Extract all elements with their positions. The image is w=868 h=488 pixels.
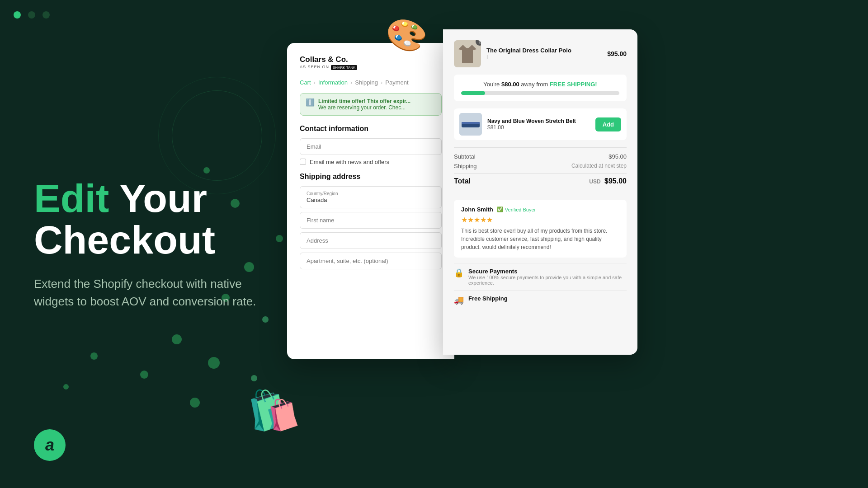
store-sub: AS SEEN ON <box>300 65 329 69</box>
secure-payments-desc: We use 100% secure payments to provide y… <box>468 275 627 286</box>
product-name: The Original Dress Collar Polo <box>486 47 602 55</box>
address-input[interactable] <box>300 232 442 249</box>
free-shipping-title: Free Shipping <box>468 295 508 302</box>
order-panel: 1 The Original Dress Collar Polo L $95.0… <box>443 29 637 355</box>
secure-payments-row: 🔒 Secure Payments We use 100% secure pay… <box>454 263 627 290</box>
breadcrumb-sep1: › <box>314 79 316 86</box>
total-currency: USD <box>589 178 600 185</box>
breadcrumb-information[interactable]: Information <box>318 79 348 86</box>
free-shipping-promo: You're $80.00 away from FREE SHIPPING! <box>454 75 627 101</box>
newsletter-checkbox-row: Email me with news and offers <box>300 159 442 165</box>
alert-content: Limited time offer! This offer expir... … <box>318 98 410 111</box>
free-shipping-row: 🚚 Free Shipping <box>454 290 627 310</box>
apt-input[interactable] <box>300 253 442 269</box>
upsell-row: Navy and Blue Woven Stretch Belt $81.00 … <box>454 108 627 140</box>
upsell-info: Navy and Blue Woven Stretch Belt $81.00 <box>487 118 590 131</box>
bags-decoration: 🛍️ <box>244 382 302 438</box>
store-name: Collars & Co. <box>300 56 442 64</box>
store-logo: Collars & Co. AS SEEN ON SHARK TANK <box>300 56 442 70</box>
grand-total-row: Total USD $95.00 <box>454 173 627 185</box>
svg-rect-3 <box>462 122 480 124</box>
product-row: 1 The Original Dress Collar Polo L $95.0… <box>454 40 627 67</box>
totals-section: Subtotal $95.00 Shipping Calculated at n… <box>454 147 627 193</box>
country-label: Country/Region <box>307 191 435 196</box>
review-card: John Smith ✅ Verified Buyer ★★★★★ This i… <box>454 200 627 258</box>
shipping-section-title: Shipping address <box>300 173 442 181</box>
checkout-panel: Collars & Co. AS SEEN ON SHARK TANK Cart… <box>287 43 454 359</box>
secure-payments-title: Secure Payments <box>468 268 627 275</box>
breadcrumb-sep2: › <box>350 79 352 86</box>
headline-part2: Your <box>109 176 207 221</box>
promo-amount: $80.00 <box>501 81 519 88</box>
breadcrumb-shipping[interactable]: Shipping <box>355 79 378 86</box>
headline-line2: Checkout <box>34 217 215 262</box>
alert-banner: ℹ️ Limited time offer! This offer expir.… <box>300 93 442 116</box>
country-field[interactable]: Country/Region Canada <box>300 186 442 208</box>
free-shipping-content: Free Shipping <box>468 295 508 302</box>
promo-cta: FREE SHIPPING! <box>550 81 597 88</box>
breadcrumb: Cart › Information › Shipping › Payment <box>300 79 442 86</box>
upsell-add-button[interactable]: Add <box>595 117 621 131</box>
brand-logo: a <box>34 429 66 461</box>
progress-bar-fill <box>461 91 485 95</box>
reviewer-name: John Smith <box>461 206 493 213</box>
breadcrumb-cart[interactable]: Cart <box>300 79 311 86</box>
upsell-image <box>459 113 482 136</box>
total-amount: USD $95.00 <box>589 177 627 185</box>
subtotal-row: Subtotal $95.00 <box>454 153 627 160</box>
shipping-row: Shipping Calculated at next step <box>454 163 627 169</box>
contact-section-title: Contact information <box>300 125 442 133</box>
alert-text: Limited time offer! This offer expir... <box>318 98 410 104</box>
review-text: This is best store ever! buy all of my p… <box>461 227 619 251</box>
hero-subtext: Extend the Shopify checkout with native … <box>34 275 269 310</box>
reviewer-row: John Smith ✅ Verified Buyer <box>461 206 619 213</box>
secure-payments-content: Secure Payments We use 100% secure payme… <box>468 268 627 286</box>
newsletter-checkbox[interactable] <box>300 159 306 165</box>
breadcrumb-sep3: › <box>381 79 382 86</box>
upsell-name: Navy and Blue Woven Stretch Belt <box>487 118 590 124</box>
window-dot-green <box>14 11 21 19</box>
shipping-value: Calculated at next step <box>571 163 627 169</box>
alert-subtext: We are reserving your order. Chec... <box>318 104 410 111</box>
lock-icon: 🔒 <box>454 268 464 278</box>
verified-label: Verified Buyer <box>505 207 536 212</box>
review-stars: ★★★★★ <box>461 216 619 224</box>
logo-letter: a <box>45 436 54 455</box>
verified-check-icon: ✅ <box>497 206 503 212</box>
verified-badge: ✅ Verified Buyer <box>497 206 536 212</box>
subtotal-value: $95.00 <box>609 153 627 160</box>
product-price: $95.00 <box>607 50 627 57</box>
product-variant: L <box>486 54 602 61</box>
shark-badge: SHARK TANK <box>331 65 357 70</box>
country-value: Canada <box>307 197 435 203</box>
first-name-input[interactable] <box>300 212 442 229</box>
total-label: Total <box>454 177 471 185</box>
promo-text-pre: You're <box>483 81 501 88</box>
alert-icon: ℹ️ <box>306 98 315 107</box>
email-input[interactable] <box>300 138 442 155</box>
product-info: The Original Dress Collar Polo L <box>486 47 602 61</box>
promo-text-mid: away from <box>519 81 550 88</box>
progress-bar-bg <box>461 91 619 95</box>
logo-circle: a <box>34 429 66 461</box>
shipping-label: Shipping <box>454 163 477 169</box>
product-image: 1 <box>454 40 481 67</box>
shipping-promo-text: You're $80.00 away from FREE SHIPPING! <box>461 81 619 88</box>
breadcrumb-payment[interactable]: Payment <box>385 79 408 86</box>
upsell-price: $81.00 <box>487 124 590 131</box>
truck-icon: 🚚 <box>454 295 464 305</box>
headline-highlight: Edit <box>34 176 109 221</box>
newsletter-label: Email me with news and offers <box>310 159 389 165</box>
total-value: $95.00 <box>604 177 627 185</box>
subtotal-label: Subtotal <box>454 153 476 160</box>
